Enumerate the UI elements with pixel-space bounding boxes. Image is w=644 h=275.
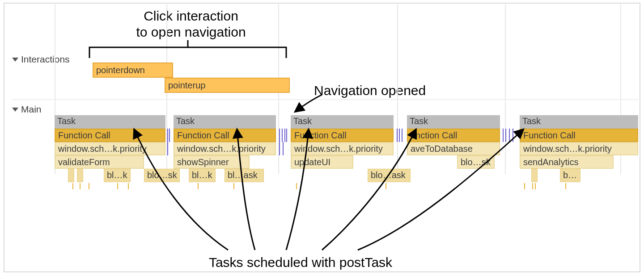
micro-bar[interactable]: blo…ask — [368, 169, 411, 182]
micro-bar[interactable]: bl…ask — [225, 169, 264, 182]
function-bar[interactable]: blo…sk — [457, 155, 495, 169]
function-bar[interactable]: sendAnalytics — [520, 155, 614, 169]
micro-bar[interactable] — [77, 169, 83, 182]
scheduler-bar[interactable]: window.sch…k.priority — [520, 142, 638, 155]
bar-label: Task — [410, 116, 428, 126]
bar-label: updateUI — [294, 157, 330, 167]
track-interactions[interactable]: Interactions — [12, 54, 70, 65]
chevron-down-icon — [12, 108, 18, 112]
bar-label: window.sch…k.priority — [294, 144, 383, 154]
annotation-navigation-opened: Navigation opened — [314, 83, 457, 99]
function-call-bar[interactable]: Function Call — [174, 129, 276, 142]
micro-bar[interactable]: b… — [560, 169, 580, 182]
bar-label: window.sch…k.priority — [177, 144, 266, 154]
annotation-click-interaction: Click interaction to open navigation — [108, 8, 274, 40]
bar-label: blo…sk — [147, 170, 177, 180]
annotation-text: Navigation opened — [314, 83, 426, 98]
interaction-pointerdown[interactable]: pointerdown — [93, 62, 173, 78]
micro-bar[interactable]: bl…k — [189, 169, 216, 182]
task-bar[interactable]: Task — [291, 115, 394, 129]
bar-label: unction Call — [411, 130, 458, 140]
micro-bar[interactable] — [531, 169, 538, 182]
bar-label: Function Call — [58, 130, 110, 140]
function-call-bar[interactable]: Function Call — [55, 129, 165, 142]
bar-label: showSpinner — [177, 157, 229, 167]
annotation-posttask: Tasks scheduled with postTask — [184, 254, 417, 271]
function-bar[interactable]: validateForm — [55, 155, 144, 169]
function-call-bar[interactable]: unction Call — [407, 129, 500, 142]
scheduler-bar[interactable]: window.sch…k.priority — [55, 142, 165, 155]
bar-label: bl…k — [192, 170, 212, 180]
bar-label: bl…k — [107, 170, 127, 180]
bar-label: Task — [522, 116, 541, 126]
bar-label: sendAnalytics — [523, 157, 578, 167]
bar-label: Task — [176, 116, 195, 126]
task-bar[interactable]: Task — [55, 115, 165, 129]
function-call-bar[interactable]: Function Call — [520, 129, 638, 142]
track-label-text: Main — [21, 104, 42, 115]
annotation-text: Tasks scheduled with postTask — [209, 255, 392, 270]
scheduler-bar[interactable]: window.sch…k.priority — [174, 142, 276, 155]
function-call-bar[interactable]: Function Call — [291, 129, 394, 142]
track-main[interactable]: Main — [12, 104, 42, 115]
scheduler-bar[interactable]: aveToDatabase — [407, 142, 500, 155]
bar-label: Task — [293, 116, 312, 126]
task-bar[interactable]: Task — [174, 115, 276, 129]
bar-label: pointerup — [168, 80, 205, 90]
bar-label: pointerdown — [96, 65, 145, 75]
bar-label: blo…ask — [371, 170, 406, 180]
track-label-text: Interactions — [21, 54, 70, 65]
task-bar[interactable]: Task — [407, 115, 500, 129]
function-bar[interactable]: updateUI — [291, 155, 353, 169]
annotation-text: Click interaction to open navigation — [136, 8, 246, 39]
function-bar[interactable]: showSpinner — [174, 155, 250, 169]
bar-label: Function Call — [294, 130, 347, 140]
bar-label: aveToDatabase — [411, 144, 473, 154]
micro-bar[interactable] — [68, 169, 74, 182]
bar-label: blo…sk — [461, 157, 491, 167]
chevron-down-icon — [12, 58, 18, 62]
micro-bar[interactable]: bl…k — [104, 169, 131, 182]
bar-label: b… — [563, 170, 577, 180]
bar-label: Function Call — [523, 130, 576, 140]
bar-label: validateForm — [58, 157, 110, 167]
bar-label: window.sch…k.priority — [523, 144, 612, 154]
micro-bar[interactable]: blo…sk — [144, 169, 180, 182]
scheduler-bar[interactable]: window.sch…k.priority — [291, 142, 394, 155]
interaction-pointerup[interactable]: pointerup — [165, 78, 290, 93]
bar-label: Task — [57, 116, 76, 126]
bar-label: Function Call — [177, 130, 229, 140]
task-bar[interactable]: Task — [520, 115, 638, 129]
bar-label: window.sch…k.priority — [58, 144, 147, 154]
bar-label: bl…ask — [228, 170, 258, 180]
